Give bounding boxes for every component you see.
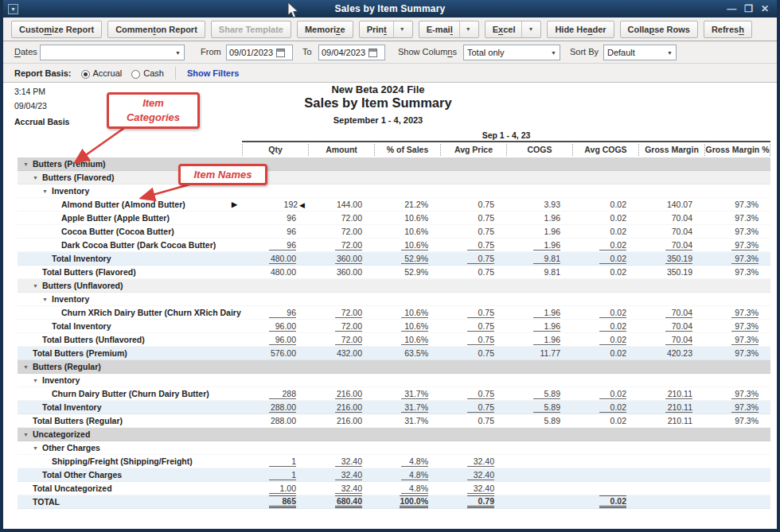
- value-cell[interactable]: 31.7%: [374, 402, 440, 413]
- value-cell[interactable]: [440, 186, 506, 196]
- value-cell[interactable]: [572, 429, 638, 439]
- to-date-input[interactable]: 09/04/2023: [318, 45, 385, 60]
- from-date-input[interactable]: 09/01/2023: [226, 45, 293, 60]
- value-cell[interactable]: [572, 173, 638, 182]
- customize-report-button[interactable]: Customize Report: [11, 21, 102, 38]
- value-cell[interactable]: 216.00: [308, 416, 374, 425]
- value-cell[interactable]: 32.40: [308, 470, 374, 480]
- value-cell[interactable]: 10.6%: [374, 321, 440, 332]
- expand-right-icon[interactable]: ▶: [232, 200, 237, 208]
- value-cell[interactable]: [572, 362, 638, 371]
- value-cell[interactable]: 97.3%: [704, 200, 770, 209]
- table-row[interactable]: Dark Cocoa Butter (Dark Cocoa Butter)967…: [18, 239, 770, 252]
- value-cell[interactable]: 432.00: [308, 348, 374, 358]
- value-cell[interactable]: [374, 186, 440, 196]
- value-cell[interactable]: 210.11: [638, 416, 704, 425]
- value-cell[interactable]: 0.75: [440, 227, 506, 236]
- value-cell[interactable]: 5.89: [506, 389, 572, 399]
- table-row[interactable]: TOTAL865680.40100.0%0.790.02: [18, 495, 770, 509]
- table-row[interactable]: Total Inventory96.0072.0010.6%0.751.960.…: [18, 320, 770, 333]
- value-cell[interactable]: [242, 362, 308, 371]
- value-cell[interactable]: [638, 173, 704, 182]
- value-cell[interactable]: 1.96: [506, 213, 572, 223]
- value-cell[interactable]: 0.02: [572, 389, 638, 399]
- value-cell[interactable]: 21.2%: [374, 200, 440, 209]
- value-cell[interactable]: 52.9%: [374, 254, 440, 264]
- value-cell[interactable]: [308, 281, 374, 290]
- value-cell[interactable]: 144.00: [308, 200, 374, 209]
- email-button[interactable]: E-mail ▼: [419, 21, 479, 38]
- value-cell[interactable]: 0.75: [440, 348, 506, 358]
- value-cell[interactable]: 10.6%: [374, 227, 440, 236]
- value-cell[interactable]: 70.04: [638, 321, 704, 332]
- value-cell[interactable]: [308, 186, 374, 196]
- value-cell[interactable]: 0.02: [572, 308, 638, 318]
- value-cell[interactable]: [242, 443, 308, 452]
- value-cell[interactable]: [374, 159, 440, 169]
- value-cell[interactable]: 32.40: [440, 456, 506, 467]
- value-cell[interactable]: 216.00: [308, 389, 374, 399]
- value-cell[interactable]: [704, 483, 770, 493]
- value-cell[interactable]: 3.93: [506, 200, 572, 209]
- table-row[interactable]: ▼Inventory: [18, 293, 770, 306]
- value-cell[interactable]: [638, 159, 704, 169]
- value-cell[interactable]: [374, 362, 440, 371]
- value-cell[interactable]: [638, 294, 704, 304]
- excel-button[interactable]: Excel ▼: [485, 21, 542, 38]
- value-cell[interactable]: 72.00: [308, 308, 374, 318]
- value-cell[interactable]: 72.00: [308, 227, 374, 236]
- show-filters-link[interactable]: Show Filters: [187, 68, 239, 78]
- table-row[interactable]: ▼Inventory: [18, 184, 770, 198]
- value-cell[interactable]: 420.23: [638, 348, 704, 358]
- value-cell[interactable]: 70.04: [638, 213, 704, 223]
- value-cell[interactable]: 0.79: [440, 495, 506, 508]
- value-cell[interactable]: 288.00: [242, 402, 308, 413]
- table-row[interactable]: Total Butters (Premium)576.00432.0063.5%…: [18, 347, 770, 360]
- value-cell[interactable]: 0.75: [440, 402, 506, 413]
- value-cell[interactable]: 97.3%: [704, 321, 770, 332]
- value-cell[interactable]: 10.6%: [374, 308, 440, 318]
- value-cell[interactable]: [572, 456, 638, 466]
- collapse-rows-button[interactable]: Collapse Rows: [620, 21, 698, 38]
- excel-dropdown-caret-icon[interactable]: ▼: [521, 21, 533, 37]
- dates-dropdown[interactable]: ▼: [40, 45, 185, 60]
- refresh-button[interactable]: Refresh: [704, 21, 752, 38]
- collapse-caret-icon[interactable]: ▼: [42, 188, 52, 194]
- value-cell[interactable]: [374, 294, 440, 304]
- value-cell[interactable]: 97.3%: [704, 240, 770, 250]
- value-cell[interactable]: [308, 443, 374, 452]
- value-cell[interactable]: 72.00: [308, 240, 374, 250]
- value-cell[interactable]: 97.3%: [704, 348, 770, 358]
- value-cell[interactable]: 10.6%: [374, 240, 440, 250]
- value-cell[interactable]: [704, 429, 770, 439]
- value-cell[interactable]: 1: [242, 470, 308, 480]
- value-cell[interactable]: 192◀: [242, 200, 308, 209]
- value-cell[interactable]: [638, 470, 704, 480]
- table-row[interactable]: ▼Butters (Flavored): [18, 171, 770, 184]
- value-cell[interactable]: [572, 159, 638, 169]
- value-cell[interactable]: 97.3%: [704, 335, 770, 345]
- collapse-caret-icon[interactable]: ▼: [33, 175, 42, 181]
- value-cell[interactable]: [506, 159, 572, 169]
- collapse-caret-icon[interactable]: ▼: [42, 297, 52, 302]
- value-cell[interactable]: [308, 294, 374, 304]
- value-cell[interactable]: [572, 443, 638, 452]
- value-cell[interactable]: 0.02: [572, 335, 638, 345]
- value-cell[interactable]: 288: [242, 389, 308, 399]
- table-row[interactable]: Total Butters (Flavored)480.00360.0052.9…: [18, 266, 770, 279]
- value-cell[interactable]: [572, 281, 638, 290]
- value-cell[interactable]: [704, 375, 770, 385]
- value-cell[interactable]: 140.07: [638, 200, 704, 209]
- value-cell[interactable]: 0.75: [440, 213, 506, 223]
- value-cell[interactable]: 31.7%: [374, 389, 440, 399]
- accrual-radio[interactable]: [81, 70, 90, 79]
- value-cell[interactable]: 0.02: [572, 254, 638, 264]
- value-cell[interactable]: 0.75: [440, 267, 506, 277]
- value-cell[interactable]: 480.00: [242, 254, 308, 264]
- value-cell[interactable]: 0.02: [572, 321, 638, 332]
- value-cell[interactable]: 480.00: [242, 267, 308, 277]
- value-cell[interactable]: 97.3%: [704, 254, 770, 264]
- table-row[interactable]: ▼Butters (Unflavored): [18, 279, 770, 293]
- table-row[interactable]: ▼Inventory: [18, 374, 770, 387]
- email-dropdown-caret-icon[interactable]: ▼: [459, 21, 471, 37]
